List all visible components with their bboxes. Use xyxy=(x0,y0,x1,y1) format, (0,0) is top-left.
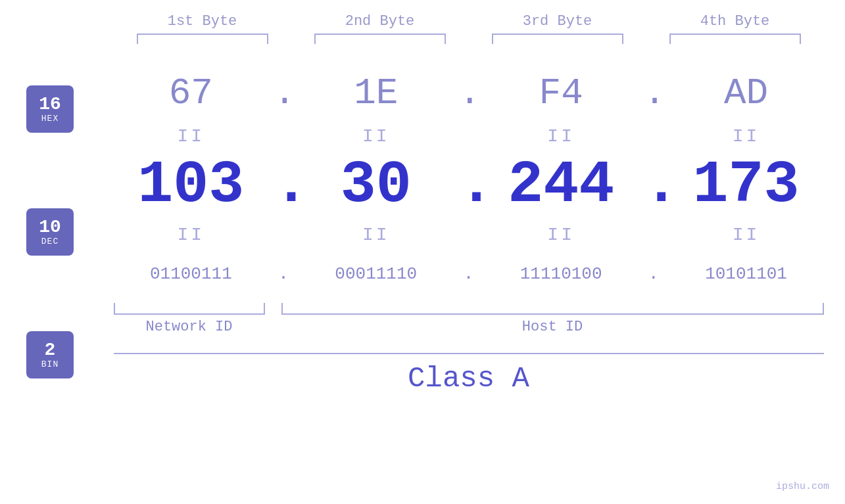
dec-value-2: 30 xyxy=(304,152,448,219)
hex-value-1: 67 xyxy=(118,72,263,114)
hex-dot-3: . xyxy=(644,72,664,114)
equals-3: II xyxy=(489,126,633,147)
host-id-label: Host ID xyxy=(281,319,824,335)
equals-1: II xyxy=(118,126,263,147)
watermark: ipshu.com xyxy=(776,481,829,492)
network-id-bracket xyxy=(114,303,265,315)
equals-b3: II xyxy=(489,225,633,245)
bin-dot-1: . xyxy=(274,264,293,284)
dec-dot-2: . xyxy=(458,152,478,219)
hex-badge-label: HEX xyxy=(41,114,59,124)
top-brackets xyxy=(114,34,824,44)
dec-bin-equals-row: II II II II xyxy=(114,221,824,248)
bin-badge-number: 2 xyxy=(45,341,56,359)
bin-dot-2: . xyxy=(458,264,478,284)
rows-container: 67 . 1E . F4 . AD II II II II 103 . 30 .… xyxy=(114,64,824,300)
hex-dot-2: . xyxy=(458,72,478,114)
byte-label-4: 4th Byte xyxy=(663,13,808,30)
equals-2: II xyxy=(304,126,448,147)
hex-value-2: 1E xyxy=(304,72,448,114)
byte-label-1: 1st Byte xyxy=(130,13,275,30)
equals-4: II xyxy=(674,126,819,147)
equals-b1: II xyxy=(118,225,263,245)
bin-row: 01100111 . 00011110 . 11110100 . 1010110… xyxy=(114,248,824,300)
main-container: 16 HEX 10 DEC 2 BIN 1st Byte 2nd Byte 3r… xyxy=(0,0,845,504)
badge-column: 16 HEX 10 DEC 2 BIN xyxy=(26,85,74,454)
hex-dot-1: . xyxy=(274,72,293,114)
bin-value-3: 11110100 xyxy=(489,264,633,284)
bin-value-2: 00011110 xyxy=(304,264,448,284)
bracket-top-3 xyxy=(492,34,623,44)
dec-row: 103 . 30 . 244 . 173 xyxy=(114,149,824,221)
dec-value-4: 173 xyxy=(674,152,819,219)
dec-value-3: 244 xyxy=(489,152,633,219)
equals-b2: II xyxy=(304,225,448,245)
bin-dot-3: . xyxy=(644,264,664,284)
bracket-top-1 xyxy=(137,34,268,44)
host-id-bracket xyxy=(281,303,824,315)
dec-value-1: 103 xyxy=(118,152,263,219)
hex-badge-number: 16 xyxy=(39,95,61,114)
dec-badge: 10 DEC xyxy=(26,208,74,256)
bin-badge-label: BIN xyxy=(41,359,59,369)
byte-labels-row: 1st Byte 2nd Byte 3rd Byte 4th Byte xyxy=(114,13,824,30)
bin-value-4: 10101101 xyxy=(674,264,819,284)
hex-value-3: F4 xyxy=(489,72,633,114)
class-line xyxy=(114,353,824,354)
hex-dec-equals-row: II II II II xyxy=(114,123,824,149)
network-id-label: Network ID xyxy=(114,319,265,335)
bracket-top-2 xyxy=(314,34,446,44)
hex-value-4: AD xyxy=(674,72,819,114)
class-area: Class A xyxy=(114,353,824,395)
dec-badge-label: DEC xyxy=(41,237,59,246)
dec-badge-number: 10 xyxy=(39,218,61,237)
bracket-top-4 xyxy=(669,34,801,44)
byte-label-2: 2nd Byte xyxy=(308,13,452,30)
dec-dot-3: . xyxy=(644,152,664,219)
bin-badge: 2 BIN xyxy=(26,331,74,378)
equals-b4: II xyxy=(674,225,819,245)
bin-value-1: 01100111 xyxy=(118,264,263,284)
hex-row: 67 . 1E . F4 . AD xyxy=(114,64,824,123)
class-label: Class A xyxy=(114,362,824,395)
bottom-bracket-area: Network ID Host ID xyxy=(114,303,824,342)
hex-badge: 16 HEX xyxy=(26,85,74,133)
byte-label-3: 3rd Byte xyxy=(485,13,630,30)
dec-dot-1: . xyxy=(274,152,293,219)
